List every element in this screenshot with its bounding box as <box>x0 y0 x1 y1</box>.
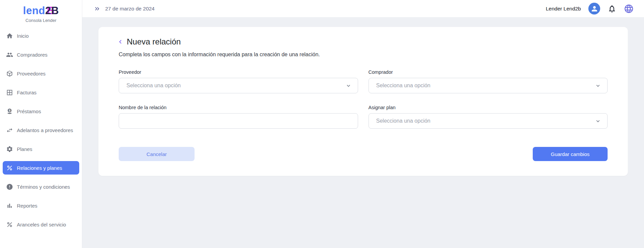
user-name: Lender Lend2b <box>546 6 581 12</box>
topbar-right: Lender Lend2b <box>546 3 634 14</box>
grid-icon <box>6 89 13 96</box>
asignar-plan-select[interactable]: Selecciona una opción <box>369 113 608 129</box>
chevron-down-icon <box>345 83 352 89</box>
topbar: 27 de marzo de 2024 Lender Lend2b <box>82 0 644 17</box>
comprador-label: Comprador <box>369 69 608 75</box>
sidebar-item-inicio[interactable]: Inicio <box>3 29 79 42</box>
comprador-placeholder: Selecciona una opción <box>376 83 431 89</box>
form-actions: Cancelar Guardar cambios <box>119 147 608 161</box>
loan-icon: $ <box>6 108 13 115</box>
new-relation-card: Nueva relación Completa los campos con l… <box>98 27 628 176</box>
sidebar-item-terminos-condiciones[interactable]: Términos y condiciones <box>3 180 79 193</box>
sidebar-item-relaciones-y-planes[interactable]: Relaciones y planes <box>3 161 79 175</box>
brand: lend2BB Consola Lender <box>0 0 82 23</box>
sidebar-nav: Inicio Compradores Proveedores Facturas … <box>0 29 82 231</box>
double-chevron-icon[interactable] <box>94 5 100 12</box>
page-title: Nueva relación <box>127 36 181 47</box>
sidebar-item-planes[interactable]: Planes <box>3 142 79 156</box>
card-header: Nueva relación <box>119 36 608 47</box>
relation-name-input[interactable] <box>119 113 358 129</box>
sidebar-item-reportes[interactable]: Reportes <box>3 199 79 212</box>
asignar-plan-placeholder: Selecciona una opción <box>376 118 431 124</box>
sidebar-item-adelantos-proveedores[interactable]: Adelantos a proveedores <box>3 123 79 137</box>
sidebar-item-aranceles-servicio[interactable]: Aranceles del servicio <box>3 218 79 231</box>
field-proveedor: Proveedor Selecciona una opción <box>119 69 358 93</box>
percent-icon <box>6 164 13 172</box>
bar-chart-icon <box>6 202 13 209</box>
swap-icon <box>6 127 13 134</box>
svg-text:$: $ <box>9 108 10 112</box>
chevron-down-icon <box>595 83 601 89</box>
alert-circle-icon <box>6 183 13 190</box>
percent-icon <box>6 221 13 228</box>
proveedor-select[interactable]: Selecciona una opción <box>119 78 358 93</box>
sidebar-item-proveedores[interactable]: Proveedores <box>3 67 79 80</box>
date-label: 27 de marzo de 2024 <box>105 6 155 12</box>
proveedor-placeholder: Selecciona una opción <box>126 83 181 89</box>
sidebar-item-prestamos[interactable]: $ Préstamos <box>3 104 79 118</box>
home-icon <box>6 32 13 39</box>
sidebar: lend2BB Consola Lender Inicio Compradore… <box>0 0 82 248</box>
field-comprador: Comprador Selecciona una opción <box>369 69 608 93</box>
form-description: Completa los campos con la información r… <box>119 52 608 58</box>
cancel-button[interactable]: Cancelar <box>119 147 195 161</box>
people-icon <box>6 51 13 58</box>
brand-logo-dark: 2BB <box>45 5 59 17</box>
save-button[interactable]: Guardar cambios <box>533 147 608 161</box>
brand-logo-blue: lend <box>23 5 45 17</box>
brand-logo: lend2BB <box>23 5 59 17</box>
field-asignar-plan: Asignar plan Selecciona una opción <box>369 105 608 129</box>
gear-icon <box>6 146 13 153</box>
nombre-relacion-label: Nombre de la relación <box>119 105 358 110</box>
globe-icon[interactable] <box>624 4 634 14</box>
brand-subtitle: Consola Lender <box>0 18 82 23</box>
back-button[interactable] <box>117 38 124 45</box>
sidebar-item-facturas[interactable]: Facturas <box>3 86 79 99</box>
comprador-select[interactable]: Selecciona una opción <box>369 78 608 93</box>
avatar[interactable] <box>588 3 600 14</box>
content: Nueva relación Completa los campos con l… <box>82 17 644 186</box>
field-nombre-relacion: Nombre de la relación <box>119 105 358 129</box>
sidebar-item-compradores[interactable]: Compradores <box>3 48 79 61</box>
chevron-down-icon <box>595 118 601 124</box>
proveedor-label: Proveedor <box>119 69 358 75</box>
person-icon <box>590 5 598 13</box>
package-icon <box>6 70 13 77</box>
bell-icon[interactable] <box>608 4 616 13</box>
asignar-plan-label: Asignar plan <box>369 105 608 110</box>
form-grid: Proveedor Selecciona una opción Comprado… <box>119 69 608 129</box>
